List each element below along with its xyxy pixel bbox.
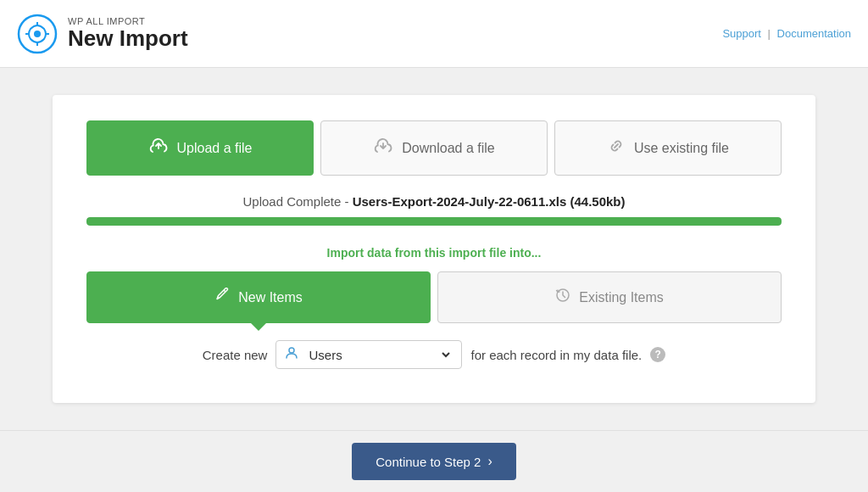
tab-existing-label: Use existing file xyxy=(634,141,729,156)
documentation-link[interactable]: Documentation xyxy=(777,27,851,40)
create-new-prefix: Create new xyxy=(203,348,268,362)
create-new-row: Create new Users Posts Pages Products Wo… xyxy=(86,340,782,369)
upload-status-prefix: Upload Complete - xyxy=(242,194,352,209)
continue-label: Continue to Step 2 xyxy=(376,455,481,469)
tab-download-file[interactable]: Download a file xyxy=(320,120,548,176)
page-header: WP ALL IMPORT New Import Support | Docum… xyxy=(0,0,868,68)
header-links: Support | Documentation xyxy=(722,27,851,40)
svg-point-1 xyxy=(34,31,41,37)
progress-bar-fill xyxy=(86,217,782,226)
download-cloud-icon xyxy=(373,137,393,159)
tab-upload-label: Upload a file xyxy=(177,141,253,156)
logo-icon xyxy=(17,14,58,54)
progress-bar-container xyxy=(86,217,782,226)
continue-button[interactable]: Continue to Step 2 › xyxy=(352,443,516,480)
upload-cloud-icon xyxy=(148,137,169,159)
upload-tabs: Upload a file Download a file Use exi xyxy=(86,120,782,176)
help-icon[interactable]: ? xyxy=(650,347,665,362)
tab-existing-file[interactable]: Use existing file xyxy=(554,120,782,176)
upload-status: Upload Complete - Users-Export-2024-July… xyxy=(86,194,782,209)
import-into-label: Import data from this import file into..… xyxy=(86,246,782,260)
items-row: New Items Existing Items xyxy=(86,271,782,323)
tab-upload-file[interactable]: Upload a file xyxy=(86,120,314,176)
new-items-label: New Items xyxy=(238,290,303,305)
type-select-wrapper[interactable]: Users Posts Pages Products WooCommerce O… xyxy=(275,340,462,369)
existing-items-label: Existing Items xyxy=(579,290,664,305)
header-text: WP ALL IMPORT New Import xyxy=(68,16,188,51)
header-links-separator: | xyxy=(768,27,774,40)
support-link[interactable]: Support xyxy=(722,27,761,40)
for-each-suffix: for each record in my data file. xyxy=(470,348,642,362)
header-left: WP ALL IMPORT New Import xyxy=(17,14,188,54)
upload-filename: Users-Export-2024-July-22-0611.xls (44.5… xyxy=(353,194,626,209)
page-title: New Import xyxy=(68,26,188,51)
pencil-icon xyxy=(214,288,230,307)
main-card: Upload a file Download a file Use exi xyxy=(53,95,815,403)
existing-items-button[interactable]: Existing Items xyxy=(437,271,782,323)
tab-download-label: Download a file xyxy=(402,141,494,156)
user-type-icon xyxy=(285,346,298,363)
continue-arrow-icon: › xyxy=(487,454,492,469)
new-items-button[interactable]: New Items xyxy=(86,271,431,323)
svg-point-7 xyxy=(289,348,294,353)
page-footer: Continue to Step 2 › xyxy=(0,430,868,492)
main-content: Upload a file Download a file Use exi xyxy=(0,68,868,430)
link-icon xyxy=(607,137,626,159)
history-icon xyxy=(555,288,570,307)
type-select[interactable]: Users Posts Pages Products WooCommerce O… xyxy=(305,347,453,363)
